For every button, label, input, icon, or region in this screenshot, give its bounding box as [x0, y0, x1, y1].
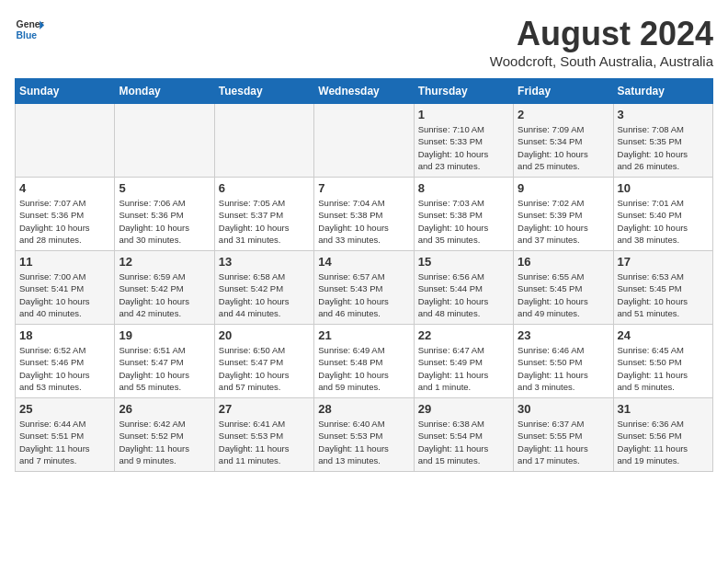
- day-number: 26: [119, 402, 210, 416]
- day-number: 24: [618, 328, 709, 342]
- day-info: Sunrise: 6:49 AM Sunset: 5:48 PM Dayligh…: [318, 344, 409, 393]
- logo: General Blue: [15, 15, 44, 44]
- calendar-cell: [115, 104, 214, 178]
- day-info: Sunrise: 7:10 AM Sunset: 5:33 PM Dayligh…: [418, 123, 509, 172]
- calendar-cell: [16, 104, 115, 178]
- day-info: Sunrise: 6:37 AM Sunset: 5:55 PM Dayligh…: [518, 418, 609, 466]
- logo-icon: General Blue: [15, 15, 44, 44]
- column-header-saturday: Saturday: [613, 79, 712, 104]
- calendar-cell: 16Sunrise: 6:55 AM Sunset: 5:45 PM Dayli…: [514, 251, 613, 325]
- day-info: Sunrise: 7:02 AM Sunset: 5:39 PM Dayligh…: [518, 197, 609, 246]
- calendar-cell: 10Sunrise: 7:01 AM Sunset: 5:40 PM Dayli…: [613, 178, 712, 251]
- calendar-week-row: 25Sunrise: 6:44 AM Sunset: 5:51 PM Dayli…: [16, 398, 713, 472]
- calendar-cell: 11Sunrise: 7:00 AM Sunset: 5:41 PM Dayli…: [16, 251, 115, 325]
- day-number: 17: [618, 255, 709, 269]
- day-number: 29: [418, 402, 509, 416]
- day-info: Sunrise: 7:05 AM Sunset: 5:37 PM Dayligh…: [219, 197, 310, 246]
- day-number: 27: [219, 402, 310, 416]
- calendar-cell: 19Sunrise: 6:51 AM Sunset: 5:47 PM Dayli…: [115, 325, 214, 398]
- day-number: 15: [418, 255, 509, 269]
- day-number: 6: [219, 181, 310, 195]
- calendar-cell: 21Sunrise: 6:49 AM Sunset: 5:48 PM Dayli…: [314, 325, 414, 398]
- calendar-cell: 28Sunrise: 6:40 AM Sunset: 5:53 PM Dayli…: [314, 398, 414, 472]
- day-info: Sunrise: 7:08 AM Sunset: 5:35 PM Dayligh…: [618, 123, 709, 172]
- day-number: 21: [318, 328, 409, 342]
- calendar-cell: 18Sunrise: 6:52 AM Sunset: 5:46 PM Dayli…: [16, 325, 115, 398]
- day-info: Sunrise: 6:45 AM Sunset: 5:50 PM Dayligh…: [618, 344, 709, 393]
- calendar-cell: 12Sunrise: 6:59 AM Sunset: 5:42 PM Dayli…: [115, 251, 214, 325]
- calendar-cell: 9Sunrise: 7:02 AM Sunset: 5:39 PM Daylig…: [514, 178, 613, 251]
- calendar-week-row: 1Sunrise: 7:10 AM Sunset: 5:33 PM Daylig…: [16, 104, 713, 178]
- month-year-title: August 2024: [490, 15, 713, 53]
- calendar-cell: 4Sunrise: 7:07 AM Sunset: 5:36 PM Daylig…: [16, 178, 115, 251]
- calendar-cell: 1Sunrise: 7:10 AM Sunset: 5:33 PM Daylig…: [414, 104, 513, 178]
- day-info: Sunrise: 6:41 AM Sunset: 5:53 PM Dayligh…: [219, 418, 310, 466]
- day-info: Sunrise: 7:01 AM Sunset: 5:40 PM Dayligh…: [618, 197, 709, 246]
- day-info: Sunrise: 6:40 AM Sunset: 5:53 PM Dayligh…: [318, 418, 409, 466]
- day-number: 13: [219, 255, 310, 269]
- calendar-cell: [214, 104, 313, 178]
- calendar-cell: 24Sunrise: 6:45 AM Sunset: 5:50 PM Dayli…: [613, 325, 712, 398]
- calendar-table: SundayMondayTuesdayWednesdayThursdayFrid…: [15, 78, 713, 472]
- column-header-monday: Monday: [115, 79, 214, 104]
- calendar-cell: 31Sunrise: 6:36 AM Sunset: 5:56 PM Dayli…: [613, 398, 712, 472]
- day-number: 9: [518, 181, 609, 195]
- column-header-friday: Friday: [514, 79, 613, 104]
- day-info: Sunrise: 7:00 AM Sunset: 5:41 PM Dayligh…: [19, 270, 110, 319]
- day-info: Sunrise: 6:46 AM Sunset: 5:50 PM Dayligh…: [518, 344, 609, 393]
- column-header-wednesday: Wednesday: [314, 79, 414, 104]
- day-info: Sunrise: 6:47 AM Sunset: 5:49 PM Dayligh…: [418, 344, 509, 393]
- calendar-cell: 8Sunrise: 7:03 AM Sunset: 5:38 PM Daylig…: [414, 178, 513, 251]
- calendar-cell: 15Sunrise: 6:56 AM Sunset: 5:44 PM Dayli…: [414, 251, 513, 325]
- day-info: Sunrise: 7:03 AM Sunset: 5:38 PM Dayligh…: [418, 197, 509, 246]
- svg-text:Blue: Blue: [17, 30, 38, 40]
- day-number: 1: [418, 108, 509, 121]
- calendar-cell: 6Sunrise: 7:05 AM Sunset: 5:37 PM Daylig…: [214, 178, 313, 251]
- day-info: Sunrise: 6:52 AM Sunset: 5:46 PM Dayligh…: [19, 344, 110, 393]
- calendar-week-row: 11Sunrise: 7:00 AM Sunset: 5:41 PM Dayli…: [16, 251, 713, 325]
- day-info: Sunrise: 7:07 AM Sunset: 5:36 PM Dayligh…: [19, 197, 110, 246]
- location-subtitle: Woodcroft, South Australia, Australia: [490, 53, 713, 69]
- day-number: 25: [19, 402, 110, 416]
- day-info: Sunrise: 6:56 AM Sunset: 5:44 PM Dayligh…: [418, 270, 509, 319]
- day-info: Sunrise: 6:42 AM Sunset: 5:52 PM Dayligh…: [119, 418, 210, 466]
- calendar-week-row: 4Sunrise: 7:07 AM Sunset: 5:36 PM Daylig…: [16, 178, 713, 251]
- day-number: 14: [318, 255, 409, 269]
- day-info: Sunrise: 6:53 AM Sunset: 5:45 PM Dayligh…: [618, 270, 709, 319]
- day-info: Sunrise: 6:44 AM Sunset: 5:51 PM Dayligh…: [19, 418, 110, 466]
- day-number: 30: [518, 402, 609, 416]
- column-header-sunday: Sunday: [16, 79, 115, 104]
- calendar-week-row: 18Sunrise: 6:52 AM Sunset: 5:46 PM Dayli…: [16, 325, 713, 398]
- day-info: Sunrise: 6:50 AM Sunset: 5:47 PM Dayligh…: [219, 344, 310, 393]
- calendar-cell: [314, 104, 414, 178]
- calendar-cell: 23Sunrise: 6:46 AM Sunset: 5:50 PM Dayli…: [514, 325, 613, 398]
- day-info: Sunrise: 7:09 AM Sunset: 5:34 PM Dayligh…: [518, 123, 609, 172]
- day-info: Sunrise: 6:51 AM Sunset: 5:47 PM Dayligh…: [119, 344, 210, 393]
- day-info: Sunrise: 6:36 AM Sunset: 5:56 PM Dayligh…: [618, 418, 709, 466]
- calendar-cell: 27Sunrise: 6:41 AM Sunset: 5:53 PM Dayli…: [214, 398, 313, 472]
- day-number: 12: [119, 255, 210, 269]
- day-info: Sunrise: 6:57 AM Sunset: 5:43 PM Dayligh…: [318, 270, 409, 319]
- calendar-header-row: SundayMondayTuesdayWednesdayThursdayFrid…: [16, 79, 713, 104]
- day-number: 22: [418, 328, 509, 342]
- calendar-cell: 29Sunrise: 6:38 AM Sunset: 5:54 PM Dayli…: [414, 398, 513, 472]
- day-info: Sunrise: 6:38 AM Sunset: 5:54 PM Dayligh…: [418, 418, 509, 466]
- column-header-thursday: Thursday: [414, 79, 513, 104]
- day-number: 20: [219, 328, 310, 342]
- day-number: 7: [318, 181, 409, 195]
- calendar-cell: 3Sunrise: 7:08 AM Sunset: 5:35 PM Daylig…: [613, 104, 712, 178]
- day-number: 19: [119, 328, 210, 342]
- calendar-cell: 26Sunrise: 6:42 AM Sunset: 5:52 PM Dayli…: [115, 398, 214, 472]
- day-info: Sunrise: 7:06 AM Sunset: 5:36 PM Dayligh…: [119, 197, 210, 246]
- calendar-cell: 14Sunrise: 6:57 AM Sunset: 5:43 PM Dayli…: [314, 251, 414, 325]
- title-block: August 2024 Woodcroft, South Australia, …: [490, 15, 713, 69]
- calendar-cell: 7Sunrise: 7:04 AM Sunset: 5:38 PM Daylig…: [314, 178, 414, 251]
- calendar-cell: 13Sunrise: 6:58 AM Sunset: 5:42 PM Dayli…: [214, 251, 313, 325]
- day-number: 28: [318, 402, 409, 416]
- calendar-cell: 2Sunrise: 7:09 AM Sunset: 5:34 PM Daylig…: [514, 104, 613, 178]
- calendar-cell: 20Sunrise: 6:50 AM Sunset: 5:47 PM Dayli…: [214, 325, 313, 398]
- day-number: 31: [618, 402, 709, 416]
- day-info: Sunrise: 6:55 AM Sunset: 5:45 PM Dayligh…: [518, 270, 609, 319]
- day-number: 10: [618, 181, 709, 195]
- day-number: 2: [518, 108, 609, 121]
